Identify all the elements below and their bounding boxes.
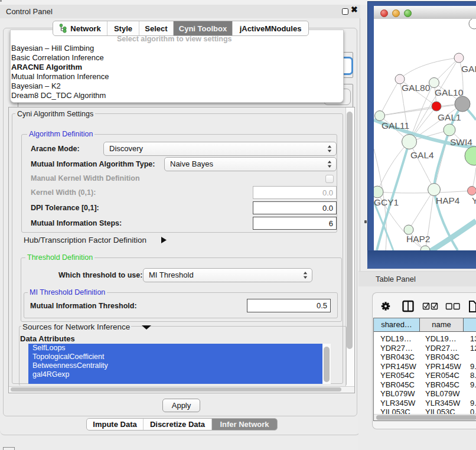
- svg-text:HAP2: HAP2: [406, 234, 431, 244]
- svg-text:GAL7: GAL7: [461, 64, 476, 74]
- svg-text:GAL4: GAL4: [410, 150, 434, 160]
- svg-text:GAL10: GAL10: [435, 87, 464, 97]
- svg-text:SWI4: SWI4: [450, 137, 472, 147]
- svg-text:HAP4: HAP4: [436, 195, 460, 206]
- svg-text:Y: Y: [472, 195, 476, 206]
- svg-text:GCY1: GCY1: [374, 197, 399, 207]
- svg-text:GAL1: GAL1: [438, 112, 461, 122]
- svg-text:GAL11: GAL11: [382, 120, 409, 131]
- svg-text:GAL80: GAL80: [402, 83, 431, 93]
